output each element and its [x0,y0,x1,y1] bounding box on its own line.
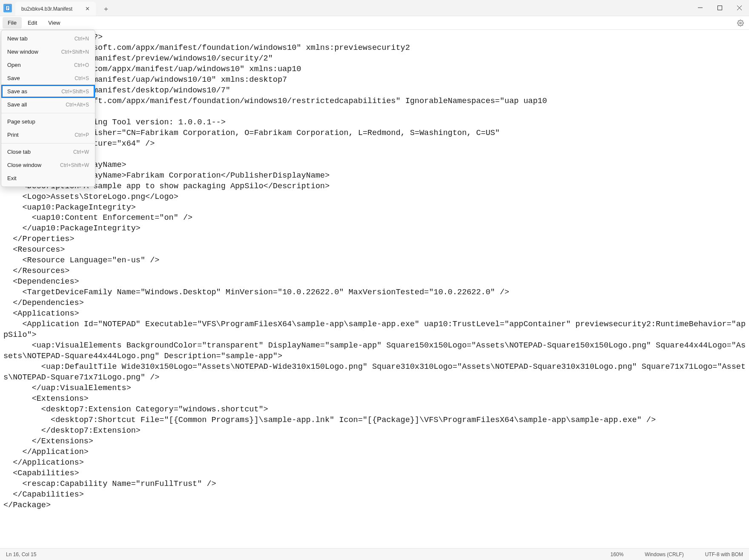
menu-label: Print [7,132,19,138]
menu-label: Close tab [7,149,31,155]
window-controls [690,0,749,16]
tab-active[interactable]: bu2xbkv4.b3r.Manifest ✕ [15,2,96,16]
title-bar: bu2xbkv4.b3r.Manifest ✕ ＋ [0,0,749,16]
new-tab-button[interactable]: ＋ [99,2,113,16]
menu-exit[interactable]: Exit [1,172,95,185]
status-position: Ln 16, Col 15 [6,551,36,557]
gear-icon[interactable] [735,17,746,29]
close-button[interactable] [729,1,749,15]
menu-shortcut: Ctrl+W [73,149,89,155]
menu-close-tab[interactable]: Close tabCtrl+W [1,145,95,158]
menu-save[interactable]: SaveCtrl+S [1,72,95,85]
menu-shortcut: Ctrl+O [74,62,89,68]
menu-label: Save all [7,101,27,108]
menu-save-all[interactable]: Save allCtrl+Alt+S [1,98,95,111]
menu-shortcut: Ctrl+Shift+W [60,162,89,168]
editor-content[interactable]: 0" encoding="utf-8"?> ttp://schemas.micr… [0,30,749,548]
menu-shortcut: Ctrl+Alt+S [66,102,89,108]
menu-open[interactable]: OpenCtrl+O [1,58,95,72]
menu-close-window[interactable]: Close windowCtrl+Shift+W [1,158,95,172]
tab-title: bu2xbkv4.b3r.Manifest [21,6,72,12]
tab-strip: bu2xbkv4.b3r.Manifest ✕ ＋ [15,0,113,16]
menu-page-setup[interactable]: Page setup [1,115,95,128]
status-bar: Ln 16, Col 15 160% Windows (CRLF) UTF-8 … [0,548,749,560]
menu-view[interactable]: View [43,17,65,29]
menu-file[interactable]: File [3,17,22,29]
menu-label: New window [7,49,38,55]
menu-shortcut: Ctrl+N [75,36,89,42]
minimize-button[interactable] [690,1,710,15]
status-encoding: UTF-8 with BOM [705,551,743,557]
menu-new-window[interactable]: New windowCtrl+Shift+N [1,45,95,58]
menu-bar: File Edit View [0,16,749,30]
app-icon [3,4,12,12]
menu-label: New tab [7,35,28,42]
menu-separator [1,143,95,144]
maximize-button[interactable] [710,1,729,15]
menu-new-tab[interactable]: New tabCtrl+N [1,32,95,45]
menu-print[interactable]: PrintCtrl+P [1,128,95,141]
close-icon[interactable]: ✕ [85,6,90,12]
menu-label: Page setup [7,118,35,125]
menu-label: Save [7,75,20,81]
menu-save-as[interactable]: Save asCtrl+Shift+S [1,85,95,98]
svg-point-8 [740,22,741,24]
status-zoom[interactable]: 160% [611,551,624,557]
svg-rect-5 [717,6,722,10]
menu-shortcut: Ctrl+Shift+S [61,89,89,95]
menu-separator [1,113,95,113]
menu-shortcut: Ctrl+P [75,132,89,138]
menu-label: Open [7,62,21,68]
menu-label: Close window [7,162,41,168]
menu-label: Exit [7,175,17,181]
menu-shortcut: Ctrl+Shift+N [61,49,89,55]
file-dropdown: New tabCtrl+N New windowCtrl+Shift+N Ope… [1,30,95,187]
menu-shortcut: Ctrl+S [75,75,89,81]
menu-edit[interactable]: Edit [23,17,42,29]
status-line-ending: Windows (CRLF) [645,551,683,557]
menu-label: Save as [7,88,27,95]
